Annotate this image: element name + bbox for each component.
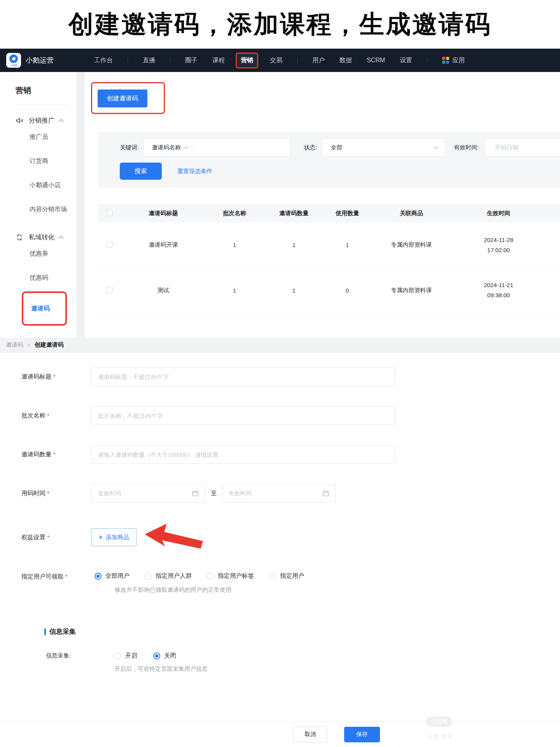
nav-item-course[interactable]: 课程 (212, 56, 225, 65)
cell-end-time: 20 0 (545, 223, 560, 268)
nav-item-marketing[interactable]: 营销 (241, 57, 253, 63)
required-mark: * (47, 490, 49, 496)
batch-name-input[interactable] (91, 406, 396, 425)
reset-filters-link[interactable]: 重置筛选条件 (177, 168, 212, 175)
sidebar-item-invite-code[interactable]: 邀请码 (31, 296, 50, 321)
nav-item-workbench[interactable]: 工作台 (94, 56, 113, 65)
radio-user-tag[interactable]: 指定用户标签 (207, 572, 254, 580)
sidebar-item-xiaoe-shop[interactable]: 小鹅通小店 (16, 173, 76, 197)
audience-radio-group: 全部用户 指定用户人群 指定用户标签 指定用户 (91, 572, 304, 580)
nav-item-apps-label: 应用 (452, 56, 465, 65)
sidebar-group-distribution[interactable]: 分销推广 (16, 116, 76, 125)
add-product-label: 添加商品 (106, 534, 129, 541)
sidebar-item-promoter[interactable]: 推广员 (16, 125, 76, 149)
required-mark: * (47, 534, 49, 540)
content-row: 营销 分销推广 推广员 订货商 小鹅通小店 内容分销市场 (0, 72, 560, 338)
radio-disable[interactable]: 关闭 (153, 652, 176, 660)
form-row-rights: 权益设置+* + 添加商品 (21, 523, 560, 552)
form-row-time: 用码时间* 生效时间 至 失效时间 (21, 484, 560, 503)
keyword-type-select[interactable]: 邀请码名称 (144, 144, 193, 151)
table-row: 测试 1 1 0 专属内部资料课 2024-11-21 09:38:00 20 … (98, 268, 560, 313)
top-navbar: 小鹅通 小鹅运营 工作台 直播 圈子 课程 营销 交易 用户 数据 SCRM 设… (0, 49, 560, 72)
cell-qty: 1 (264, 223, 324, 268)
watermark-badge: 小红书 (426, 717, 452, 727)
col-header-used: 使用数量 (324, 204, 371, 223)
radio-specified-user[interactable]: 指定用户 (269, 572, 304, 580)
sidebar-item-supplier[interactable]: 订货商 (16, 149, 76, 173)
row-checkbox[interactable] (107, 287, 113, 293)
radio-icon (145, 573, 152, 580)
breadcrumb-separator: > (27, 342, 31, 348)
annotation-box-invite-code: 邀请码 (22, 291, 67, 326)
nav-item-circle[interactable]: 圈子 (185, 56, 198, 65)
col-header-product: 关联商品 (371, 204, 452, 223)
end-time-input[interactable]: 失效时间 (222, 484, 336, 503)
required-mark: * (47, 412, 49, 419)
radio-icon (269, 573, 276, 580)
breadcrumb-parent[interactable]: 邀请码 (6, 341, 23, 349)
to-label: 至 (211, 490, 217, 497)
annotation-box-create-button: 创建邀请码 (91, 82, 165, 114)
table-header-row: 邀请码标题 批次名称 邀请码数量 使用数量 关联商品 生效时间 失效时间 (98, 204, 560, 223)
nav-item-users[interactable]: 用户 (312, 56, 325, 65)
valid-time-label: 有效时间: (454, 144, 479, 151)
end-time-placeholder: 失效时间 (229, 490, 252, 497)
sidebar-item-content-market[interactable]: 内容分销市场 (16, 197, 76, 221)
start-time-input[interactable]: 生效时间 (91, 484, 205, 503)
status-select[interactable]: 全部 (322, 139, 445, 156)
col-header-title: 邀请码标题 (121, 204, 206, 223)
form-row-title: 邀请码标题* (21, 367, 560, 386)
col-header-qty: 邀请码数量 (264, 204, 324, 223)
cell-used: 0 (324, 268, 371, 313)
nav-item-apps[interactable]: 应用 (442, 56, 465, 65)
field-label: 批次名称* (21, 412, 91, 420)
brand-logo[interactable]: 小鹅通 (6, 53, 21, 68)
radio-enable[interactable]: 开启 (114, 652, 137, 660)
search-button[interactable]: 搜索 (120, 163, 162, 180)
sidebar: 营销 分销推广 推广员 订货商 小鹅通小店 内容分销市场 (0, 72, 76, 338)
valid-time-start-input[interactable]: 开始日期 (485, 139, 560, 156)
info-radio-group: 开启 关闭 (114, 652, 176, 660)
create-invite-code-button[interactable]: 创建邀请码 (98, 89, 147, 107)
screen: 创建邀请码，添加课程，生成邀请码 小鹅通 小鹅运营 工作台 直播 圈子 课程 营… (0, 0, 560, 747)
form-row-audience: 指定用户可领取* 全部用户 指定用户人群 指定用户标签 (21, 572, 560, 594)
cell-product: 专属内部资料课 (371, 268, 452, 313)
annotation-box-nav-marketing: 营销 (236, 53, 258, 68)
chevron-up-icon[interactable] (59, 119, 64, 124)
col-header-start-time: 生效时间 (452, 204, 545, 223)
cell-product: 专属内部资料课 (371, 223, 452, 268)
hero-banner: 创建邀请码，添加课程，生成邀请码 (0, 0, 560, 49)
keyword-input[interactable] (194, 139, 290, 156)
radio-all-users[interactable]: 全部用户 (94, 572, 130, 580)
invite-title-input[interactable] (91, 367, 396, 386)
cancel-button[interactable]: 取消 (294, 727, 327, 742)
cell-start-time: 2024-11-21 09:38:00 (452, 268, 545, 313)
info-collection-section: 信息采集 信息采集: 开启 关闭 开启后，可在特定页面采集用户信息 (41, 594, 560, 673)
chevron-up-icon[interactable] (59, 236, 64, 241)
watermark-text: 小红书号 (427, 733, 453, 740)
save-button[interactable]: 保存 (344, 727, 380, 742)
nav-item-trade[interactable]: 交易 (270, 56, 282, 65)
nav-item-live[interactable]: 直播 (143, 56, 155, 65)
radio-user-segment[interactable]: 指定用户人群 (145, 572, 192, 580)
info-collection-label: 信息采集: (46, 652, 114, 660)
form-row-batch: 批次名称* (21, 406, 560, 425)
invite-qty-input[interactable] (91, 445, 396, 464)
row-checkbox[interactable] (107, 241, 113, 247)
sidebar-group-private-domain[interactable]: 私域转化 (16, 233, 76, 242)
add-product-button[interactable]: + 添加商品 (91, 528, 136, 546)
table-row: 邀请码开课 1 1 1 专属内部资料课 2024-11-28 17:02:00 … (98, 223, 560, 268)
nav-item-settings[interactable]: 设置 (400, 56, 412, 65)
nav-item-data[interactable]: 数据 (340, 56, 352, 65)
brand-name: 小鹅运营 (26, 56, 54, 65)
nav-item-scrm[interactable]: SCRM (367, 57, 385, 64)
field-label: 用码时间* (21, 489, 91, 498)
goose-icon (9, 54, 19, 64)
col-header-batch: 批次名称 (205, 204, 264, 223)
select-all-checkbox[interactable] (107, 210, 113, 216)
status-value: 全部 (331, 144, 342, 151)
sidebar-item-promo-code[interactable]: 优惠码 (16, 266, 76, 290)
sidebar-item-coupon[interactable]: 优惠券 (16, 242, 76, 266)
section-title-text: 信息采集 (49, 627, 76, 636)
audience-options-block: 全部用户 指定用户人群 指定用户标签 指定用户 修改并不影响已 (91, 572, 304, 594)
